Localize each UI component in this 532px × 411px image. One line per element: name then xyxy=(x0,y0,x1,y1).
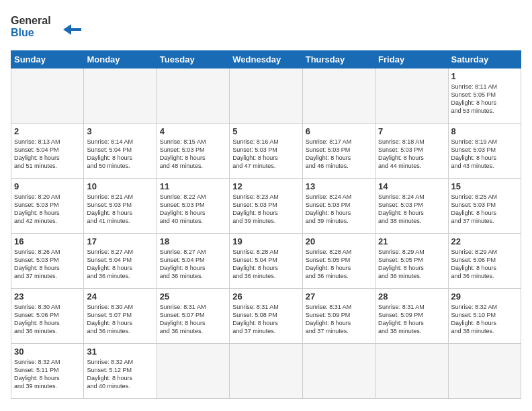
day-info: Sunrise: 8:15 AM Sunset: 5:03 PM Dayligh… xyxy=(160,138,226,171)
calendar-day-cell: 11Sunrise: 8:22 AM Sunset: 5:03 PM Dayli… xyxy=(157,179,229,234)
day-number: 18 xyxy=(160,236,226,246)
day-info: Sunrise: 8:31 AM Sunset: 5:07 PM Dayligh… xyxy=(160,303,226,336)
day-info: Sunrise: 8:31 AM Sunset: 5:08 PM Dayligh… xyxy=(232,303,299,336)
day-info: Sunrise: 8:18 AM Sunset: 5:03 PM Dayligh… xyxy=(378,138,445,171)
day-number: 1 xyxy=(451,71,518,81)
weekday-header-tuesday: Tuesday xyxy=(157,51,229,68)
calendar-day-cell: 2Sunrise: 8:13 AM Sunset: 5:04 PM Daylig… xyxy=(11,124,84,179)
day-info: Sunrise: 8:29 AM Sunset: 5:06 PM Dayligh… xyxy=(451,248,518,281)
day-number: 4 xyxy=(160,126,226,136)
day-number: 11 xyxy=(160,181,226,191)
day-number: 5 xyxy=(232,126,299,136)
day-number: 6 xyxy=(306,126,372,136)
weekday-header-thursday: Thursday xyxy=(302,51,375,68)
calendar-week-row: 9Sunrise: 8:20 AM Sunset: 5:03 PM Daylig… xyxy=(11,179,521,234)
calendar-week-row: 16Sunrise: 8:26 AM Sunset: 5:03 PM Dayli… xyxy=(11,234,521,289)
day-info: Sunrise: 8:14 AM Sunset: 5:04 PM Dayligh… xyxy=(87,138,153,171)
calendar-day-cell: 9Sunrise: 8:20 AM Sunset: 5:03 PM Daylig… xyxy=(11,179,84,234)
calendar-day-cell: 3Sunrise: 8:14 AM Sunset: 5:04 PM Daylig… xyxy=(84,124,157,179)
calendar-day-cell: 16Sunrise: 8:26 AM Sunset: 5:03 PM Dayli… xyxy=(11,234,84,289)
calendar-day-cell: 25Sunrise: 8:31 AM Sunset: 5:07 PM Dayli… xyxy=(157,289,229,344)
day-info: Sunrise: 8:16 AM Sunset: 5:03 PM Dayligh… xyxy=(232,138,299,171)
day-number: 7 xyxy=(378,126,445,136)
calendar-day-cell: 14Sunrise: 8:24 AM Sunset: 5:03 PM Dayli… xyxy=(375,179,448,234)
day-number: 26 xyxy=(232,291,299,302)
calendar-day-cell: 21Sunrise: 8:29 AM Sunset: 5:05 PM Dayli… xyxy=(375,234,448,289)
day-info: Sunrise: 8:27 AM Sunset: 5:04 PM Dayligh… xyxy=(160,248,226,281)
day-number: 12 xyxy=(232,181,299,191)
calendar-day-cell xyxy=(157,344,229,399)
day-number: 29 xyxy=(451,291,518,302)
calendar-table: SundayMondayTuesdayWednesdayThursdayFrid… xyxy=(11,50,521,399)
day-number: 19 xyxy=(232,236,299,246)
day-info: Sunrise: 8:31 AM Sunset: 5:09 PM Dayligh… xyxy=(378,303,445,336)
calendar-day-cell: 18Sunrise: 8:27 AM Sunset: 5:04 PM Dayli… xyxy=(157,234,229,289)
day-number: 13 xyxy=(306,181,372,191)
svg-marker-2 xyxy=(63,24,81,35)
day-number: 28 xyxy=(378,291,445,302)
calendar-day-cell: 22Sunrise: 8:29 AM Sunset: 5:06 PM Dayli… xyxy=(448,234,521,289)
calendar-day-cell: 24Sunrise: 8:30 AM Sunset: 5:07 PM Dayli… xyxy=(84,289,157,344)
day-info: Sunrise: 8:20 AM Sunset: 5:03 PM Dayligh… xyxy=(14,193,81,226)
day-number: 24 xyxy=(87,291,153,302)
day-info: Sunrise: 8:22 AM Sunset: 5:03 PM Dayligh… xyxy=(160,193,226,226)
calendar-day-cell: 27Sunrise: 8:31 AM Sunset: 5:09 PM Dayli… xyxy=(302,289,375,344)
day-number: 27 xyxy=(306,291,372,302)
svg-text:General: General xyxy=(11,15,51,26)
day-info: Sunrise: 8:13 AM Sunset: 5:04 PM Dayligh… xyxy=(14,138,81,171)
day-info: Sunrise: 8:32 AM Sunset: 5:12 PM Dayligh… xyxy=(87,358,153,391)
calendar-week-row: 1Sunrise: 8:11 AM Sunset: 5:05 PM Daylig… xyxy=(11,68,521,124)
page: General Blue SundayMondayTuesdayWednesda… xyxy=(0,0,532,411)
calendar-day-cell xyxy=(302,68,375,124)
calendar-day-cell: 7Sunrise: 8:18 AM Sunset: 5:03 PM Daylig… xyxy=(375,124,448,179)
calendar-day-cell: 20Sunrise: 8:28 AM Sunset: 5:05 PM Dayli… xyxy=(302,234,375,289)
calendar-day-cell: 13Sunrise: 8:24 AM Sunset: 5:03 PM Dayli… xyxy=(302,179,375,234)
day-info: Sunrise: 8:25 AM Sunset: 5:03 PM Dayligh… xyxy=(451,193,518,226)
weekday-header-monday: Monday xyxy=(84,51,157,68)
day-number: 21 xyxy=(378,236,445,246)
header: General Blue xyxy=(11,11,521,44)
day-number: 20 xyxy=(306,236,372,246)
day-number: 10 xyxy=(87,181,153,191)
day-info: Sunrise: 8:30 AM Sunset: 5:06 PM Dayligh… xyxy=(14,303,81,336)
day-number: 14 xyxy=(378,181,445,191)
calendar-day-cell: 10Sunrise: 8:21 AM Sunset: 5:03 PM Dayli… xyxy=(84,179,157,234)
calendar-day-cell xyxy=(157,68,229,124)
logo-text: General Blue xyxy=(11,11,85,44)
day-info: Sunrise: 8:24 AM Sunset: 5:03 PM Dayligh… xyxy=(306,193,372,226)
weekday-header-row: SundayMondayTuesdayWednesdayThursdayFrid… xyxy=(11,51,521,68)
calendar-day-cell xyxy=(84,68,157,124)
day-info: Sunrise: 8:32 AM Sunset: 5:11 PM Dayligh… xyxy=(14,358,81,391)
day-info: Sunrise: 8:19 AM Sunset: 5:03 PM Dayligh… xyxy=(451,138,518,171)
calendar-day-cell: 23Sunrise: 8:30 AM Sunset: 5:06 PM Dayli… xyxy=(11,289,84,344)
day-info: Sunrise: 8:28 AM Sunset: 5:04 PM Dayligh… xyxy=(232,248,299,281)
calendar-day-cell: 29Sunrise: 8:32 AM Sunset: 5:10 PM Dayli… xyxy=(448,289,521,344)
day-number: 30 xyxy=(14,347,81,357)
calendar-day-cell: 17Sunrise: 8:27 AM Sunset: 5:04 PM Dayli… xyxy=(84,234,157,289)
calendar-day-cell xyxy=(230,344,302,399)
calendar-day-cell: 1Sunrise: 8:11 AM Sunset: 5:05 PM Daylig… xyxy=(448,68,521,124)
day-info: Sunrise: 8:17 AM Sunset: 5:03 PM Dayligh… xyxy=(306,138,372,171)
day-info: Sunrise: 8:24 AM Sunset: 5:03 PM Dayligh… xyxy=(378,193,445,226)
weekday-header-saturday: Saturday xyxy=(448,51,521,68)
weekday-header-sunday: Sunday xyxy=(11,51,84,68)
calendar-day-cell xyxy=(302,344,375,399)
day-number: 22 xyxy=(451,236,518,246)
day-number: 31 xyxy=(87,347,153,357)
weekday-header-wednesday: Wednesday xyxy=(230,51,302,68)
logo: General Blue xyxy=(11,11,85,44)
day-number: 15 xyxy=(451,181,518,191)
day-number: 2 xyxy=(14,126,81,136)
day-number: 16 xyxy=(14,236,81,246)
calendar-day-cell: 30Sunrise: 8:32 AM Sunset: 5:11 PM Dayli… xyxy=(11,344,84,399)
calendar-week-row: 30Sunrise: 8:32 AM Sunset: 5:11 PM Dayli… xyxy=(11,344,521,399)
day-number: 23 xyxy=(14,291,81,302)
calendar-day-cell: 26Sunrise: 8:31 AM Sunset: 5:08 PM Dayli… xyxy=(230,289,302,344)
weekday-header-friday: Friday xyxy=(375,51,448,68)
day-info: Sunrise: 8:26 AM Sunset: 5:03 PM Dayligh… xyxy=(14,248,81,281)
day-info: Sunrise: 8:21 AM Sunset: 5:03 PM Dayligh… xyxy=(87,193,153,226)
day-number: 8 xyxy=(451,126,518,136)
calendar-day-cell xyxy=(375,68,448,124)
calendar-day-cell xyxy=(448,344,521,399)
day-number: 25 xyxy=(160,291,226,302)
